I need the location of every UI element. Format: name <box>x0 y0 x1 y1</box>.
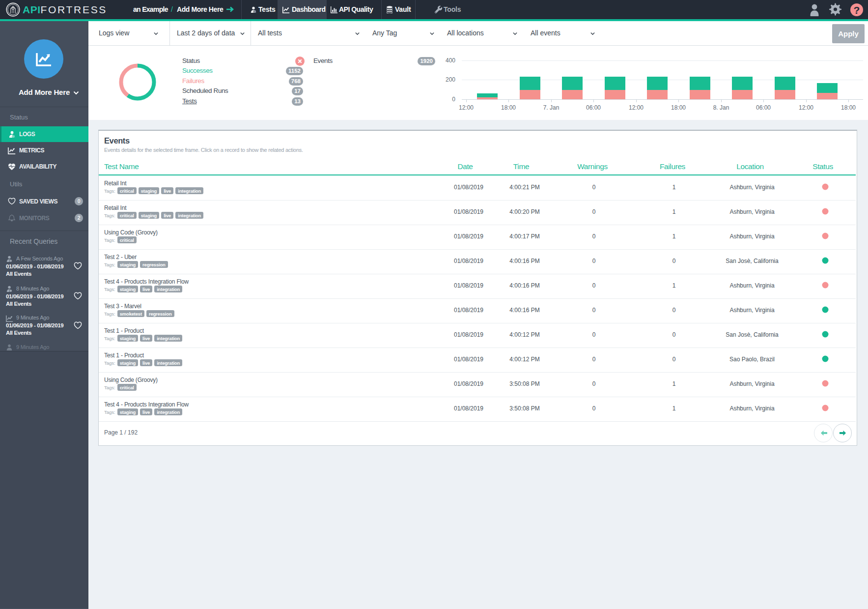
svg-text:60: 60 <box>253 10 256 13</box>
